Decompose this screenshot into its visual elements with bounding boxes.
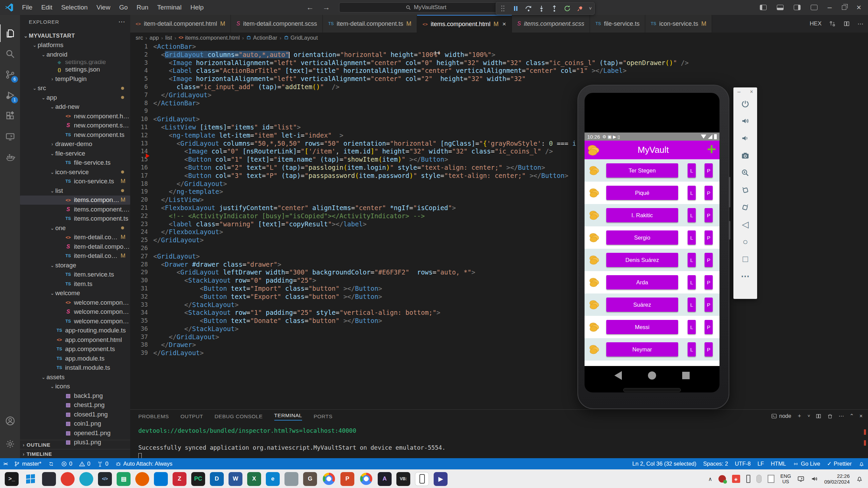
item-name-button[interactable]: Piqué xyxy=(606,186,678,200)
taskbar-android-emulator[interactable] xyxy=(415,472,429,486)
breadcrumb-list[interactable]: list xyxy=(165,35,172,41)
password-button[interactable]: P xyxy=(705,342,713,357)
password-button[interactable]: P xyxy=(705,320,713,334)
file-new-component-scss[interactable]: Snew.component.scss xyxy=(20,121,130,130)
tab-item-detail.component.html[interactable]: <>item-detail.component.htmlM xyxy=(130,15,231,33)
panel-tab-terminal[interactable]: TERMINAL xyxy=(274,412,302,421)
taskbar-zotero[interactable]: Z xyxy=(173,472,186,486)
folder-list[interactable]: ⌄list xyxy=(20,186,130,196)
menu-edit[interactable]: Edit xyxy=(37,4,57,11)
file-file-service-ts[interactable]: TSfile-service.ts xyxy=(20,158,130,168)
file-closed1-png[interactable]: ▨closed1.png xyxy=(20,410,130,419)
item-name-button[interactable]: Sergio xyxy=(606,230,678,245)
item-name-button[interactable]: Messi xyxy=(606,320,678,334)
split-terminal-icon[interactable] xyxy=(815,413,822,419)
folder-icon-service[interactable]: ⌄icon-service xyxy=(20,167,130,177)
menu-run[interactable]: Run xyxy=(132,4,153,11)
taskbar-jetbrains-ide[interactable]: PC xyxy=(191,472,205,486)
password-button[interactable]: P xyxy=(705,163,713,178)
emulator-camera-button[interactable] xyxy=(733,147,757,164)
emulator-home-button[interactable]: ○ xyxy=(733,233,757,250)
login-button[interactable]: L xyxy=(688,186,696,200)
vault-row-su-rez[interactable]: SuárezLP xyxy=(585,293,719,316)
tray-volume-icon[interactable] xyxy=(811,475,818,483)
folder-drawer-demo[interactable]: ›drawer-demo xyxy=(20,140,130,149)
file-chest1-png[interactable]: ▨chest1.png xyxy=(20,401,130,410)
emulator-more-button[interactable]: ⋯ xyxy=(733,268,757,285)
taskbar-teal-app[interactable] xyxy=(79,472,93,486)
taskbar-excel-grid-app[interactable]: ▤ xyxy=(117,472,131,486)
status-lf[interactable]: LF xyxy=(754,461,767,467)
emulator-rotate-ccw-button[interactable] xyxy=(733,181,757,199)
status-error[interactable]: 0 xyxy=(58,458,76,469)
login-button[interactable]: L xyxy=(688,163,696,178)
file-coin1-png[interactable]: ▨coin1.png xyxy=(20,419,130,429)
debug-dropdown-icon[interactable]: ˅ xyxy=(589,6,592,11)
folder-assets[interactable]: ⌄assets xyxy=(20,372,130,382)
login-button[interactable]: L xyxy=(688,253,696,267)
emulator-overview-button[interactable]: □ xyxy=(733,250,757,268)
emulator-close-button[interactable]: × xyxy=(750,89,753,95)
taskbar-gray-app[interactable] xyxy=(284,472,298,486)
tray-red-app-icon[interactable]: ◈ xyxy=(732,475,740,483)
tray-antivirus-icon[interactable] xyxy=(718,475,726,483)
app-menu-coins-icon[interactable] xyxy=(588,145,599,155)
status-bell[interactable] xyxy=(855,461,868,467)
activitybar-source-control[interactable]: 6 xyxy=(0,66,20,83)
emulator-rotate-cw-button[interactable] xyxy=(733,199,757,216)
panel-tab-problems[interactable]: PROBLEMS xyxy=(138,413,169,420)
taskbar-chrome[interactable] xyxy=(322,472,336,486)
panel-outline[interactable]: ›OUTLINE xyxy=(20,440,130,449)
status-check[interactable]: ✓Prettier xyxy=(824,461,855,467)
activitybar-search[interactable] xyxy=(0,45,20,63)
item-name-button[interactable]: Arda xyxy=(606,275,678,289)
vault-row-sergio[interactable]: SergioLP xyxy=(585,226,719,249)
terminal-shell-select[interactable]: node xyxy=(771,413,791,419)
item-name-button[interactable]: Denis Suárez xyxy=(606,253,678,267)
editor-more-actions-icon[interactable]: ⋯ xyxy=(857,20,863,27)
tab-item-detail.component.ts[interactable]: TSitem-detail.component.tsM xyxy=(323,15,417,33)
status-remote[interactable]: >< xyxy=(0,458,11,469)
login-button[interactable]: L xyxy=(688,230,696,245)
restart-icon[interactable] xyxy=(563,4,571,13)
tab-item-detail.component.scss[interactable]: Sitem-detail.component.scss xyxy=(231,15,323,33)
file-app-routing-module-ts[interactable]: TSapp-routing.module.ts xyxy=(20,326,130,336)
password-button[interactable]: P xyxy=(705,186,713,200)
emulator-zoom-button[interactable] xyxy=(733,164,757,181)
tray-network-icon[interactable] xyxy=(797,475,805,483)
folder-icons[interactable]: ⌄icons xyxy=(20,382,130,391)
activitybar-explorer[interactable] xyxy=(0,24,20,42)
file-items-component-html[interactable]: <>items.component.htmlM xyxy=(20,196,130,205)
activitybar-account[interactable] xyxy=(0,412,20,430)
file-app-component-ts[interactable]: TSapp.component.ts xyxy=(20,345,130,354)
status-golive[interactable]: Go Live xyxy=(789,461,824,467)
file-opened1-png[interactable]: ▨opened1.png xyxy=(20,428,130,438)
activitybar-run-debug[interactable]: 1 xyxy=(0,86,20,104)
breadcrumb-app[interactable]: app xyxy=(150,35,159,41)
folder-file-service[interactable]: ⌄file-service xyxy=(20,149,130,158)
folder-myvaultstart[interactable]: ⌄MYVAULTSTART xyxy=(20,31,130,41)
menu-view[interactable]: View xyxy=(92,4,115,11)
vault-row-neymar[interactable]: NeymarLP xyxy=(585,338,719,361)
taskbar-edge-legacy[interactable]: e xyxy=(266,472,280,486)
explorer-more-actions-icon[interactable]: ⋯ xyxy=(118,18,125,26)
hex-action[interactable]: HEX xyxy=(810,20,822,27)
tab-items.component.html[interactable]: <>items.component.htmlM× xyxy=(417,15,512,33)
emulator-volume-down-button[interactable] xyxy=(733,129,757,147)
file-item-detail-component-scss[interactable]: Sitem-detail.component.scss xyxy=(20,242,130,251)
panel-tab-output[interactable]: OUTPUT xyxy=(180,413,203,420)
item-name-button[interactable]: Neymar xyxy=(606,342,678,357)
taskbar-defender[interactable]: D xyxy=(210,472,224,486)
terminal-dropdown-icon[interactable]: ˅ xyxy=(808,413,810,419)
step-out-icon[interactable] xyxy=(550,4,558,13)
emulator-volume-up-button[interactable] xyxy=(733,112,757,129)
folder-app[interactable]: ⌄app xyxy=(20,93,130,102)
breadcrumb-gridlayout[interactable]: GridLayout xyxy=(284,35,318,41)
taskbar-code-dark-app[interactable]: </> xyxy=(98,472,112,486)
taskbar-excel[interactable]: X xyxy=(247,472,261,486)
android-back-button[interactable] xyxy=(614,371,622,380)
file-item-detail-component-html[interactable]: <>item-detail.component.htmlM xyxy=(20,233,130,242)
login-button[interactable]: L xyxy=(688,275,696,289)
file-items-component-scss[interactable]: Sitems.component.scss xyxy=(20,205,130,214)
emulator-back-button[interactable]: ◁ xyxy=(733,216,757,233)
